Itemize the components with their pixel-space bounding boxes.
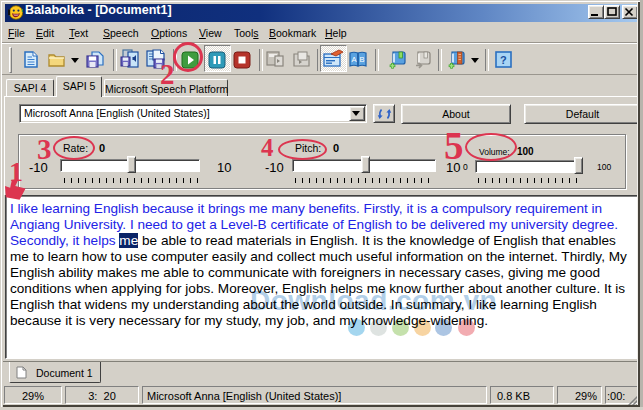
svg-text:B: B bbox=[359, 55, 364, 64]
svg-text:A: A bbox=[352, 55, 357, 64]
svg-text:?: ? bbox=[500, 54, 507, 66]
